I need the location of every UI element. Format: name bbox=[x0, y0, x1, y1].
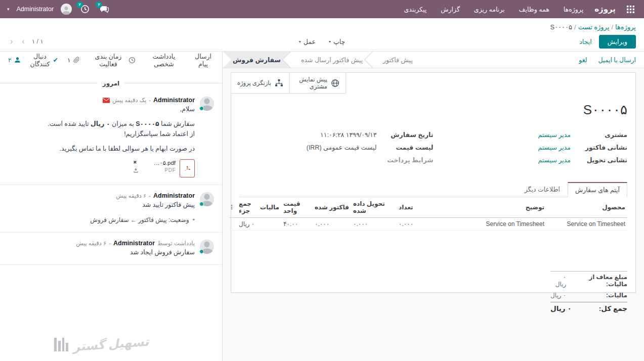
status-step-quotation[interactable]: پیش فاکتور bbox=[373, 52, 423, 68]
tracking-text: وضعیت: پیش فاکتور ← سفارش فروش bbox=[90, 215, 189, 225]
schedule-activity-button[interactable]: زمان بندی فعالیت bbox=[91, 53, 135, 68]
form-area: پیش نمایش مشتری بازنگری پروژه bbox=[223, 68, 644, 361]
order-lines-table: محصول توضیح تعداد تحویل داده شده فاکتور … bbox=[230, 197, 627, 231]
attachment-filename[interactable]: …۰۵.pdf bbox=[154, 159, 176, 166]
attachment-download-icon[interactable] bbox=[133, 167, 139, 173]
breadcrumb-projects[interactable]: پروژه‌ها bbox=[615, 23, 636, 31]
online-status-dot bbox=[199, 106, 204, 111]
email-envelope-icon bbox=[103, 98, 110, 103]
attachments-button[interactable]: ۱ bbox=[67, 57, 80, 64]
invoice-address-value[interactable]: مدیر سیستم bbox=[538, 144, 571, 151]
status-step-sales-order[interactable]: سفارش فروش bbox=[223, 52, 291, 68]
attachment-count: ۱ bbox=[67, 57, 70, 64]
tax-row: مالیات: ۰ ریال bbox=[550, 290, 627, 301]
pricelist-value: لیست قیمت عمومی (IRR) bbox=[307, 144, 377, 151]
form-sheet: پیش نمایش مشتری بازنگری پروژه bbox=[231, 72, 636, 293]
table-header-row: محصول توضیح تعداد تحویل داده شده فاکتور … bbox=[230, 197, 627, 218]
cell-product[interactable]: Service on Timesheet bbox=[546, 218, 627, 231]
pager-count: ۱ / ۱ bbox=[32, 38, 44, 45]
breadcrumb-project-test[interactable]: پروژه تست bbox=[578, 23, 610, 31]
text-part: سفارش شما bbox=[159, 120, 195, 127]
menu-item-projects[interactable]: پروژه‌ها bbox=[564, 6, 583, 13]
field-order-date: تاریخ سفارش ۱۳۹۹/۰۹/۱۳ ۱۱:۰۶:۲۸ bbox=[239, 131, 434, 144]
message-line: سلام, bbox=[8, 105, 195, 114]
schedule-activity-label: زمان بندی فعالیت bbox=[91, 53, 125, 68]
message-author[interactable]: Administrator bbox=[113, 240, 155, 247]
cell-quantity[interactable]: ۰.۰۰۰ bbox=[397, 218, 456, 231]
user-avatar[interactable] bbox=[61, 4, 72, 15]
watermark-bars-icon bbox=[53, 336, 70, 353]
table-empty-space bbox=[239, 231, 627, 271]
cell-taxes[interactable] bbox=[262, 218, 281, 231]
control-buttons-row: ویرایش ایجاد چاپ ▾ عمل ▾ ۱ / ۱ › ‹ bbox=[8, 32, 636, 51]
status-step-quotation-sent[interactable]: پیش فاکتور ارسال شده bbox=[291, 52, 373, 68]
menu-item-configuration[interactable]: پیکربندی bbox=[404, 6, 427, 13]
pricelist-label: لیست قیمت bbox=[377, 144, 434, 151]
control-panel: پروژه‌ها/پروژه تست/S۰۰۰۰۵ ویرایش ایجاد چ… bbox=[0, 18, 644, 52]
cell-delivered[interactable]: ۰.۰۰۰ bbox=[351, 218, 397, 231]
order-ref: S۰۰۰۰۵ bbox=[136, 120, 159, 127]
pdf-file-icon[interactable] bbox=[180, 159, 195, 177]
print-dropdown[interactable]: چاپ ▾ bbox=[329, 38, 345, 46]
col-taxes[interactable]: مالیات bbox=[262, 197, 281, 218]
project-overview-button[interactable]: بازنگری پروژه bbox=[231, 72, 290, 94]
customer-value[interactable]: مدیر سیستم bbox=[538, 131, 571, 139]
send-by-email-button[interactable]: ارسال با ایمیل bbox=[598, 56, 636, 64]
optional-columns-icon[interactable]: ⋮ bbox=[230, 197, 237, 218]
cell-invoiced[interactable]: ۰.۰۰۰ bbox=[313, 218, 351, 231]
user-menu[interactable]: Administrator bbox=[17, 6, 54, 13]
form-pane: ارسال با ایمیل لغو پیش فاکتور پیش فاکتور… bbox=[223, 52, 644, 361]
col-description[interactable]: توضیح bbox=[456, 197, 546, 218]
followers-button[interactable]: ✔ دنبال کنندگان bbox=[30, 53, 58, 68]
message-time: ۶ دقیقه پیش bbox=[116, 192, 146, 199]
cell-description[interactable]: Service on Timesheet bbox=[456, 218, 546, 231]
message-author[interactable]: Administrator bbox=[153, 97, 195, 104]
menu-item-planning[interactable]: برنامه ریزی bbox=[474, 6, 505, 13]
tab-order-lines[interactable]: آیتم های سفارش bbox=[568, 182, 627, 197]
message-content: Administrator - ۶ دقیقه پیش پیش فاکتور ت… bbox=[8, 192, 195, 225]
col-delivered[interactable]: تحویل داده شده bbox=[351, 197, 397, 218]
menu-item-all-tasks[interactable]: همه وظایف bbox=[519, 6, 549, 13]
delivery-address-label: نشانی تحویل bbox=[571, 156, 627, 164]
header-dash: - bbox=[149, 97, 151, 103]
attachment-card: …۰۵.pdf ✖ PDF bbox=[8, 159, 195, 177]
col-subtotal[interactable]: جمع جزء bbox=[237, 197, 262, 218]
messages-icon[interactable]: ۲ bbox=[98, 3, 110, 15]
col-unit-price[interactable]: قیمت واحد bbox=[281, 197, 313, 218]
customer-preview-button[interactable]: پیش نمایش مشتری bbox=[289, 72, 346, 94]
follower-count-button[interactable]: ۲ bbox=[8, 57, 21, 64]
menu-item-report[interactable]: گزارش bbox=[441, 6, 460, 13]
globe-icon bbox=[331, 79, 339, 87]
tab-other-info[interactable]: اطلاعات دیگر bbox=[517, 182, 568, 197]
cell-subtotal[interactable]: ۰ ریال bbox=[237, 218, 262, 231]
delivery-address-value[interactable]: مدیر سیستم bbox=[538, 156, 571, 164]
action-dropdown[interactable]: عمل ▾ bbox=[299, 38, 316, 46]
log-note-button[interactable]: یادداشت شخصی bbox=[147, 53, 181, 68]
message-author[interactable]: Administrator bbox=[153, 192, 195, 199]
attachment-delete-icon[interactable]: ✖ bbox=[133, 160, 137, 165]
pager-next-button[interactable]: › bbox=[20, 37, 26, 46]
tax-value: ۰ ریال bbox=[550, 292, 566, 299]
send-message-button[interactable]: ارسال پیام bbox=[192, 53, 214, 68]
attachment-info: …۰۵.pdf ✖ PDF bbox=[133, 159, 176, 173]
breadcrumb: پروژه‌ها/پروژه تست/S۰۰۰۰۵ bbox=[8, 21, 636, 32]
col-product[interactable]: محصول bbox=[546, 197, 627, 218]
col-quantity[interactable]: تعداد bbox=[397, 197, 456, 218]
cancel-button[interactable]: لغو bbox=[579, 56, 587, 64]
field-pricelist: لیست قیمت لیست قیمت عمومی (IRR) bbox=[239, 144, 434, 156]
col-invoiced[interactable]: فاکتور شده bbox=[313, 197, 351, 218]
activities-clock-icon[interactable]: ۲ bbox=[79, 3, 91, 15]
navbar-left-group: ۲ ۲ Administrator ▾ bbox=[6, 3, 110, 15]
apps-grid-icon[interactable] bbox=[623, 0, 638, 18]
pager-prev-button[interactable]: ‹ bbox=[8, 37, 15, 46]
message-body: سلام, سفارش شما S۰۰۰۰۵ به میزان ۰ ریال ت… bbox=[8, 105, 195, 154]
edit-button[interactable]: ویرایش bbox=[599, 35, 636, 49]
cell-unit-price[interactable]: ۴۰.۰۰ bbox=[281, 218, 313, 231]
notebook: آیتم های سفارش اطلاعات دیگر bbox=[239, 182, 627, 314]
app-name[interactable]: پروژه bbox=[594, 5, 616, 14]
table-row[interactable]: Service on Timesheet Service on Timeshee… bbox=[230, 218, 627, 231]
check-icon: ✔ bbox=[53, 56, 58, 64]
create-button[interactable]: ایجاد bbox=[579, 38, 591, 46]
follower-count: ۲ bbox=[8, 57, 11, 64]
tracking-change: • وضعیت: پیش فاکتور ← سفارش فروش bbox=[8, 215, 195, 225]
